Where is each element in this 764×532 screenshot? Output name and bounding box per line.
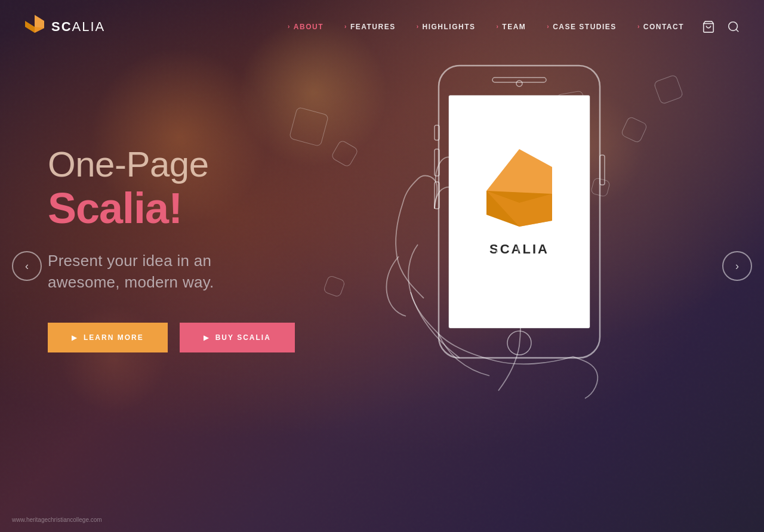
nav-label-highlights: HIGHLIGHTS: [423, 23, 476, 31]
nav-label-contact: CONTACT: [643, 23, 684, 31]
svg-line-2: [736, 29, 738, 32]
svg-point-6: [516, 81, 522, 86]
slider-next-icon: ›: [735, 260, 739, 273]
nav-links: › ABOUT › FEATURES › HIGHLIGHTS ›: [288, 23, 684, 31]
nav-chevron-team: ›: [497, 23, 500, 30]
nav-item-highlights[interactable]: › HIGHLIGHTS: [417, 23, 476, 31]
learn-more-play-icon: ▶: [72, 334, 78, 342]
buy-scalia-button[interactable]: ▶ BUY SCALIA: [180, 323, 295, 352]
svg-rect-5: [492, 78, 546, 82]
nav-chevron-about: ›: [288, 23, 291, 30]
nav-label-about: ABOUT: [294, 23, 324, 31]
hero-title-line1: One-Page: [48, 144, 310, 185]
logo-icon: [24, 14, 45, 40]
slider-next-button[interactable]: ›: [722, 251, 752, 281]
hero-subtitle-line2: awesome, modern way.: [48, 273, 214, 291]
buy-scalia-label: BUY SCALIA: [215, 333, 271, 342]
hero-title-line2: Scalia!: [48, 185, 310, 232]
search-button[interactable]: [727, 20, 740, 33]
nav-item-contact[interactable]: › CONTACT: [637, 23, 684, 31]
cart-button[interactable]: [702, 20, 715, 33]
nav-chevron-features: ›: [344, 23, 347, 30]
hero-subtitle-line1: Present your idea in an: [48, 252, 211, 270]
phone-illustration: SCALIA: [346, 30, 734, 519]
nav-label-team: TEAM: [502, 23, 526, 31]
nav-chevron-contact: ›: [637, 23, 640, 30]
nav-item-features[interactable]: › FEATURES: [344, 23, 396, 31]
hero-subtitle: Present your idea in an awesome, modern …: [48, 250, 310, 293]
nav-item-case-studies[interactable]: › CASE STUDIES: [547, 23, 617, 31]
nav-icons: [702, 20, 740, 33]
svg-point-1: [729, 21, 738, 30]
hero-content: One-Page Scalia! Present your idea in an…: [0, 0, 358, 532]
nav-chevron-highlights: ›: [417, 23, 420, 30]
logo-text: SCALIA: [51, 19, 105, 35]
nav-chevron-case-studies: ›: [547, 23, 550, 30]
slider-prev-icon: ‹: [25, 260, 29, 273]
logo[interactable]: SCALIA: [24, 14, 105, 40]
search-icon: [727, 20, 740, 33]
phone-svg: SCALIA: [346, 30, 734, 519]
nav-label-case-studies: CASE STUDIES: [553, 23, 617, 31]
nav-label-features: FEATURES: [350, 23, 396, 31]
learn-more-label: LEARN MORE: [84, 333, 144, 342]
hero-buttons: ▶ LEARN MORE ▶ BUY SCALIA: [48, 323, 310, 352]
buy-scalia-play-icon: ▶: [204, 334, 210, 342]
nav-item-about[interactable]: › ABOUT: [288, 23, 324, 31]
main-nav: SCALIA › ABOUT › FEATURES › HIGHLIGHTS: [0, 0, 764, 53]
slider-prev-button[interactable]: ‹: [12, 251, 42, 281]
nav-item-team[interactable]: › TEAM: [497, 23, 526, 31]
hero-section: SCALIA › ABOUT › FEATURES › HIGHLIGHTS: [0, 0, 764, 532]
cart-icon: [702, 20, 715, 33]
footer-url: www.heritagechristiancollege.com: [12, 516, 102, 523]
learn-more-button[interactable]: ▶ LEARN MORE: [48, 323, 168, 352]
